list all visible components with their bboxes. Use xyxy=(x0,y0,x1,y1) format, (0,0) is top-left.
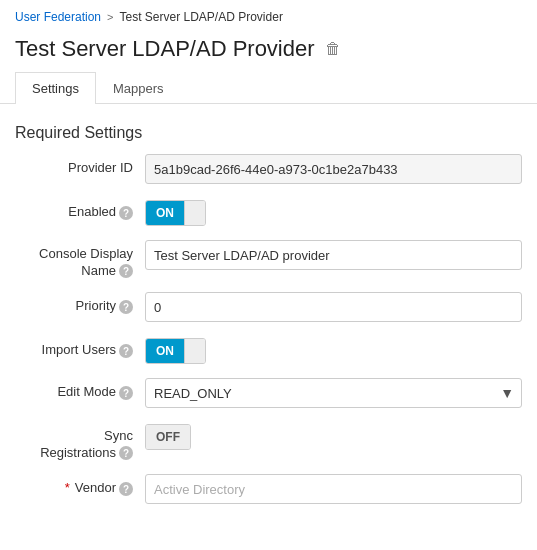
enabled-toggle-on: ON xyxy=(146,201,185,225)
sync-registrations-row: Sync Registrations ? OFF xyxy=(15,422,522,460)
edit-mode-select[interactable]: READ_ONLY WRITABLE UNSYNCED xyxy=(145,378,522,408)
edit-mode-control: READ_ONLY WRITABLE UNSYNCED ▼ xyxy=(145,378,522,408)
console-display-name-label-line1: Console Display xyxy=(39,246,133,261)
import-users-control: ON xyxy=(145,336,522,364)
enabled-toggle[interactable]: ON xyxy=(145,200,206,226)
vendor-input[interactable] xyxy=(145,474,522,504)
priority-row: Priority ? xyxy=(15,292,522,322)
sync-registrations-label: Sync Registrations ? xyxy=(15,422,145,460)
page-header: Test Server LDAP/AD Provider 🗑 xyxy=(0,30,537,72)
provider-id-row: Provider ID xyxy=(15,154,522,184)
enabled-toggle-wrap: ON xyxy=(145,198,522,226)
console-display-name-label: Console Display Name ? xyxy=(15,240,145,278)
import-users-toggle-wrap: ON xyxy=(145,336,522,364)
priority-help-icon[interactable]: ? xyxy=(119,300,133,314)
edit-mode-row: Edit Mode ? READ_ONLY WRITABLE UNSYNCED … xyxy=(15,378,522,408)
vendor-control xyxy=(145,474,522,504)
provider-id-input[interactable] xyxy=(145,154,522,184)
provider-id-label: Provider ID xyxy=(15,154,145,175)
delete-icon[interactable]: 🗑 xyxy=(325,40,341,58)
import-users-toggle-on: ON xyxy=(146,339,185,363)
edit-mode-select-wrap: READ_ONLY WRITABLE UNSYNCED ▼ xyxy=(145,378,522,408)
sync-registrations-help-icon[interactable]: ? xyxy=(119,446,133,460)
import-users-help-icon[interactable]: ? xyxy=(119,344,133,358)
console-display-name-label-line2: Name xyxy=(81,263,116,278)
import-users-toggle-off xyxy=(185,339,205,363)
section-title-required-settings: Required Settings xyxy=(0,119,537,154)
sync-registrations-control: OFF xyxy=(145,422,522,450)
tab-settings[interactable]: Settings xyxy=(15,72,96,104)
tab-bar: Settings Mappers xyxy=(0,72,537,104)
console-display-name-help-icon[interactable]: ? xyxy=(119,264,133,278)
sync-registrations-toggle-off: OFF xyxy=(146,425,190,449)
sync-registrations-toggle-wrap: OFF xyxy=(145,422,522,450)
breadcrumb: User Federation > Test Server LDAP/AD Pr… xyxy=(0,0,537,30)
import-users-row: Import Users ? ON xyxy=(15,336,522,364)
console-display-name-control xyxy=(145,240,522,270)
vendor-label: * Vendor ? xyxy=(15,474,145,496)
sync-registrations-label-line1: Sync xyxy=(104,428,133,443)
vendor-help-icon[interactable]: ? xyxy=(119,482,133,496)
breadcrumb-parent-link[interactable]: User Federation xyxy=(15,10,101,24)
sync-registrations-toggle[interactable]: OFF xyxy=(145,424,191,450)
priority-input[interactable] xyxy=(145,292,522,322)
enabled-row: Enabled ? ON xyxy=(15,198,522,226)
breadcrumb-separator: > xyxy=(107,11,113,23)
page-title: Test Server LDAP/AD Provider xyxy=(15,36,315,62)
enabled-control: ON xyxy=(145,198,522,226)
priority-control xyxy=(145,292,522,322)
edit-mode-label: Edit Mode ? xyxy=(15,378,145,400)
enabled-label: Enabled ? xyxy=(15,198,145,220)
console-display-name-row: Console Display Name ? xyxy=(15,240,522,278)
breadcrumb-current: Test Server LDAP/AD Provider xyxy=(119,10,282,24)
priority-label: Priority ? xyxy=(15,292,145,314)
tab-mappers[interactable]: Mappers xyxy=(96,72,181,104)
sync-registrations-label-line2: Registrations xyxy=(40,445,116,460)
enabled-help-icon[interactable]: ? xyxy=(119,206,133,220)
enabled-toggle-off xyxy=(185,201,205,225)
import-users-toggle[interactable]: ON xyxy=(145,338,206,364)
edit-mode-help-icon[interactable]: ? xyxy=(119,386,133,400)
provider-id-control xyxy=(145,154,522,184)
console-display-name-input[interactable] xyxy=(145,240,522,270)
import-users-label: Import Users ? xyxy=(15,336,145,358)
vendor-row: * Vendor ? xyxy=(15,474,522,504)
settings-form: Provider ID Enabled ? ON Console Display xyxy=(0,154,537,504)
vendor-required-star: * xyxy=(65,480,70,495)
